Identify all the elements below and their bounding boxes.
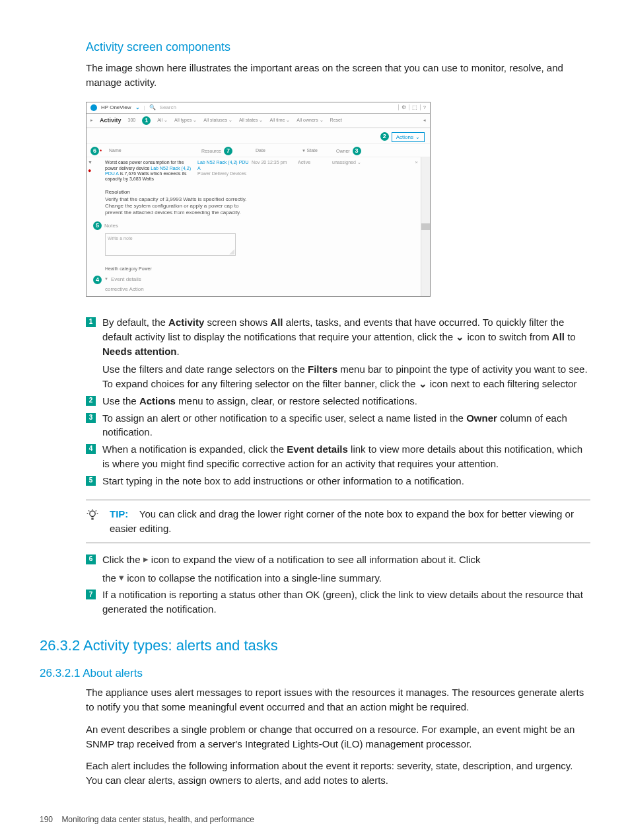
health-category: Health category Power (105, 262, 418, 273)
legend-list: 1 By default, the Activity screen shows … (86, 315, 590, 488)
activity-count: 300 (128, 118, 136, 123)
intro-paragraph: The image shown here illustrates the imp… (86, 61, 590, 90)
triangle-right-icon: ▸ (143, 552, 149, 566)
triangle-down-icon: ▾ (119, 570, 124, 585)
filter-all[interactable]: All ⌄ (157, 118, 168, 123)
corrective-action-link[interactable]: corrective Action (105, 286, 418, 297)
resolution-heading: Resolution (105, 185, 418, 197)
oneview-screenshot: HP OneView ⌄ | 🔍 Search ⚙ ⬚ ? ▸ Activity… (86, 102, 431, 297)
col-date[interactable]: Date (256, 148, 302, 153)
search-input[interactable]: Search (160, 104, 176, 111)
row-description: Worst case power consumption for the pow… (105, 160, 197, 182)
figure-container: HP OneView ⌄ | 🔍 Search ⚙ ⬚ ? ▸ Activity… (86, 102, 590, 297)
svg-point-0 (90, 512, 95, 517)
row-date: Nov 20 12:35 pm (252, 160, 298, 182)
actions-menu-button[interactable]: Actions ⌄ (392, 132, 425, 143)
scrollbar[interactable] (421, 157, 430, 296)
legend-item-5: 5 Start typing in the note box to add in… (86, 474, 590, 488)
chevron-down-icon: ⌄ (415, 134, 420, 141)
section-title: Activity screen components (86, 38, 590, 56)
callout-6: 6 (90, 147, 99, 155)
filter-statuses[interactable]: All statuses ⌄ (203, 118, 232, 123)
collapse-drawer-icon[interactable]: ◂ (423, 118, 426, 123)
filter-owners[interactable]: All owners ⌄ (297, 118, 323, 123)
callout-7: 7 (224, 147, 232, 155)
session-icon[interactable]: ⬚ (409, 104, 417, 111)
col-resource[interactable]: Resource 7 (201, 147, 256, 155)
notes-heading: Notes (104, 223, 118, 229)
callout-3: 3 (353, 147, 361, 155)
scrollbar-thumb[interactable] (421, 223, 430, 230)
section-heading-2: 26.3.2 Activity types: alerts and tasks (40, 635, 590, 656)
row-resource: Lab N52 Rack (4,2) PDU A Power Delivery … (197, 160, 252, 182)
legend-item-4: 4 When a notification is expanded, click… (86, 442, 590, 471)
col-owner[interactable]: Owner 3 (336, 147, 376, 155)
row-severity-icon: ● (88, 167, 104, 174)
severity-icon: • (100, 147, 109, 155)
filter-types[interactable]: All types ⌄ (174, 118, 197, 123)
resolution-text: Verify that the capacity of 3,9993 Watts… (105, 196, 250, 215)
tip-label: TIP: (110, 508, 128, 519)
tip-icon (86, 507, 99, 523)
hp-logo-icon (90, 104, 97, 111)
para-2: An event describes a single problem or c… (86, 722, 590, 751)
app-topbar: HP OneView ⌄ | 🔍 Search ⚙ ⬚ ? (87, 102, 430, 114)
legend-continuation: 6 Click the ▸ icon to expand the view of… (86, 553, 590, 617)
footer-title: Monitoring data center status, health, a… (61, 815, 254, 824)
filter-time[interactable]: All time ⌄ (269, 118, 290, 123)
close-icon[interactable]: × (415, 159, 419, 166)
chevron-down-icon: ⌄ (419, 378, 427, 389)
filter-reset[interactable]: Reset (330, 118, 342, 123)
legend-number-icon: 5 (86, 476, 96, 486)
legend-item-7: 7 If a notification is reporting a statu… (86, 588, 590, 617)
para-1: The appliance uses alert messages to rep… (86, 685, 590, 714)
filter-states[interactable]: All states ⌄ (239, 118, 263, 123)
row-state: Active (298, 160, 332, 182)
expand-event-icon[interactable]: ▼ (104, 277, 108, 282)
legend-item-1: 1 By default, the Activity screen shows … (86, 315, 590, 391)
legend-number-icon: 4 (86, 444, 96, 454)
tip-text: You can click and drag the lower right c… (110, 508, 574, 534)
column-headers: 6 • Name Resource 7 Date ▼ State Owner 3 (87, 143, 430, 157)
row-expanded-content: Worst case power consumption for the pow… (105, 157, 421, 296)
col-name[interactable]: Name (109, 148, 201, 153)
para-3: Each alert includes the following inform… (86, 759, 590, 788)
divider: | (144, 104, 145, 111)
row-resource-type: Power Delivery Devices (197, 171, 252, 176)
settings-icon[interactable]: ⚙ (398, 104, 406, 111)
page-number: 190 (40, 815, 53, 824)
chevron-down-icon[interactable]: ⌄ (135, 104, 140, 111)
row-resource-link[interactable]: Lab N52 Rack (4,2) PDU A (197, 160, 252, 171)
search-icon[interactable]: 🔍 (149, 104, 156, 111)
legend-number-icon: 6 (86, 554, 96, 564)
event-details-link[interactable]: Event details (111, 276, 141, 283)
section-heading-3: 26.3.2.1 About alerts (40, 666, 590, 682)
legend-number-icon: 2 (86, 396, 96, 406)
legend-item-2: 2 Use the Actions menu to assign, clear,… (86, 394, 590, 408)
app-name: HP OneView (101, 104, 131, 111)
note-textarea[interactable]: Write a note (105, 233, 236, 256)
legend-number-icon: 7 (86, 590, 96, 599)
activity-label: Activity (100, 117, 122, 124)
legend-item-3: 3 To assign an alert or other notificati… (86, 411, 590, 440)
collapse-row-icon[interactable]: ▼ (88, 160, 104, 165)
expand-drawer-icon[interactable]: ▸ (90, 118, 93, 123)
page-footer: 190 Monitoring data center status, healt… (40, 814, 590, 825)
callout-2: 2 (380, 132, 389, 141)
tip-box: TIP: You can click and drag the lower ri… (86, 500, 590, 543)
col-state[interactable]: ▼ State (302, 148, 336, 153)
legend-item-6: 6 Click the ▸ icon to expand the view of… (86, 553, 590, 586)
filter-bar: ▸ Activity 300 1 All ⌄ All types ⌄ All s… (87, 114, 430, 128)
legend-number-icon: 1 (86, 317, 96, 327)
row-owner-select[interactable]: unassigned ⌄ (332, 160, 372, 182)
callout-4: 4 (93, 276, 102, 284)
callout-1: 1 (142, 116, 151, 125)
help-icon[interactable]: ? (420, 104, 426, 111)
legend-number-icon: 3 (86, 413, 96, 423)
chevron-down-icon: ⌄ (456, 331, 464, 342)
